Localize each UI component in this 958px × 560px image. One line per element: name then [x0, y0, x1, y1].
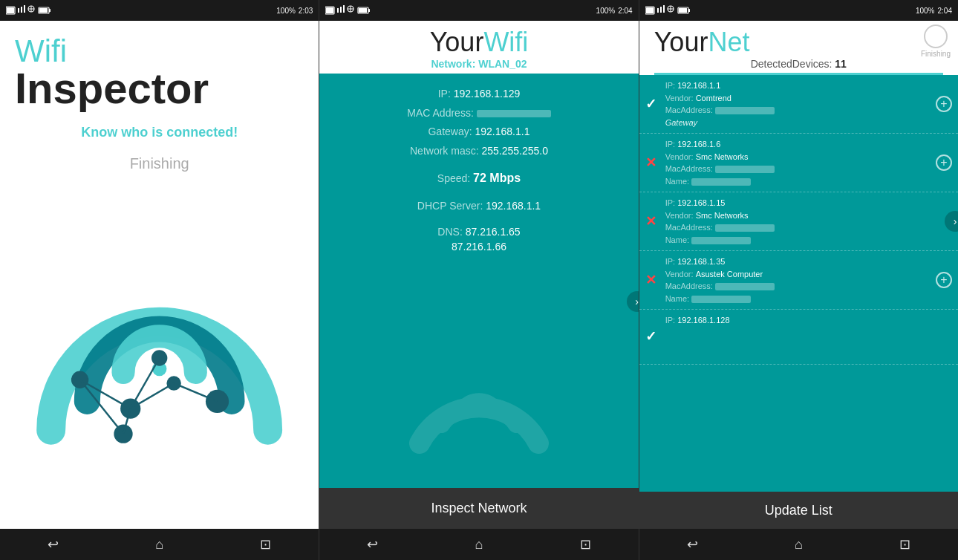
- info-dns: DNS: 87.216.1.6587.216.1.66: [334, 225, 623, 254]
- device-name-3: Name:: [665, 234, 951, 247]
- label-mac: MAC Address:: [407, 107, 476, 119]
- svg-rect-45: [679, 8, 687, 13]
- nav-back-3[interactable]: ↩: [681, 533, 703, 556]
- device-mac-1: MacAddress:: [665, 104, 951, 117]
- time-3: 2:04: [938, 7, 952, 15]
- label-dhcp: DHCP Server:: [417, 200, 486, 212]
- nav-home-2[interactable]: ⌂: [468, 533, 490, 556]
- svg-rect-26: [337, 8, 339, 13]
- status-icons-1: [6, 5, 50, 16]
- svg-rect-33: [359, 8, 367, 13]
- info-ip: IP: 192.168.1.129: [334, 87, 623, 102]
- device-vendor-2: Vendor: Smc Networks: [665, 151, 951, 163]
- finishing-circle: [924, 25, 948, 48]
- status-icons-2: [325, 5, 370, 16]
- title-your: Your: [430, 27, 484, 57]
- detected-devices-row: DetectedDevices: 11: [654, 58, 943, 70]
- value-dhcp: 192.168.1.1: [486, 200, 541, 212]
- svg-rect-9: [39, 8, 48, 13]
- label-speed: Speed:: [437, 172, 473, 184]
- status-icons-3: [645, 5, 690, 16]
- title-your-net: Your: [654, 27, 708, 57]
- wifi-title-wifi: Wifi: [15, 36, 67, 67]
- info-gateway: Gateway: 192.168.1.1: [334, 125, 623, 140]
- battery-text-1: 100%: [276, 7, 296, 15]
- battery-text-3: 100%: [916, 7, 935, 15]
- nav-bar-3: ↩ ⌂ ⊡: [639, 529, 958, 560]
- svg-rect-4: [24, 5, 25, 13]
- nav-recent-1[interactable]: ⊡: [255, 533, 277, 556]
- detected-label: DetectedDevices:: [751, 58, 832, 70]
- status-icons-left-1: [6, 5, 50, 16]
- svg-rect-34: [368, 9, 370, 12]
- device-item-3[interactable]: ✕ IP: 192.168.1.15 Vendor: Smc Networks …: [639, 192, 958, 251]
- spacer-1: [334, 160, 623, 168]
- svg-point-35: [473, 399, 485, 411]
- device-ip-4: IP: 192.168.1.35: [665, 255, 951, 268]
- info-mac: MAC Address:: [334, 106, 623, 121]
- device-vendor-3: Vendor: Smc Networks: [665, 209, 951, 222]
- device-item-5[interactable]: ✓ IP: 192.168.1.128: [639, 310, 958, 365]
- device-mac-2: MacAddress:: [665, 163, 951, 175]
- screen1-content: Wifi Inspector Know who is connected! Fi…: [0, 21, 319, 529]
- device-plus-2[interactable]: +: [936, 154, 952, 171]
- status-bar-3: 100% 2:04: [639, 0, 958, 21]
- value-speed: 72 Mbps: [473, 172, 521, 184]
- status-bar-2: 100% 2:04: [319, 0, 638, 21]
- spacer-2: [334, 189, 623, 197]
- svg-rect-40: [663, 5, 665, 13]
- device-vendor-4: Vendor: Asustek Computer: [665, 268, 951, 281]
- network-name-row: Network: WLAN_02: [334, 58, 623, 70]
- label-ip: IP:: [438, 88, 454, 100]
- inspect-network-button[interactable]: Inspect Network: [319, 488, 638, 529]
- status-icons-left-2: [325, 5, 370, 16]
- yournet-title: YourNet: [654, 27, 943, 58]
- device-vendor-1: Vendor: Comtrend: [665, 92, 951, 105]
- svg-rect-37: [646, 7, 654, 13]
- device-status-5: ✓: [645, 328, 656, 345]
- wifi-graphic: [15, 187, 304, 529]
- update-list-button[interactable]: Update List: [639, 492, 958, 529]
- device-mac-3: MacAddress:: [665, 221, 951, 234]
- info-speed: Speed: 72 Mbps: [334, 170, 623, 186]
- wifi-subtitle: Know who is connected!: [81, 125, 238, 140]
- nav-recent-2[interactable]: ⊡: [574, 533, 596, 556]
- title-net: Net: [708, 27, 749, 57]
- svg-rect-10: [49, 9, 50, 12]
- status-bar-right-1: 100% 2:03: [276, 7, 313, 15]
- device-plus-4[interactable]: +: [936, 272, 952, 288]
- time-2: 2:04: [618, 7, 632, 15]
- device-plus-1[interactable]: +: [936, 96, 952, 112]
- device-item-2[interactable]: ✕ IP: 192.168.1.6 Vendor: Smc Networks M…: [639, 134, 958, 192]
- nav-back-1[interactable]: ↩: [42, 533, 65, 556]
- device-status-2: ✕: [645, 154, 656, 171]
- device-item-1[interactable]: ✓ IP: 192.168.1.1 Vendor: Comtrend MacAd…: [639, 75, 958, 134]
- yourwifi-title: YourWifi: [334, 27, 623, 58]
- status-bar-1: 100% 2:03: [0, 0, 319, 21]
- device-item-4[interactable]: ✕ IP: 192.168.1.35 Vendor: Asustek Compu…: [639, 251, 958, 310]
- network-label: Network:: [431, 58, 475, 70]
- right-arrow[interactable]: ›: [627, 291, 639, 312]
- battery-text-2: 100%: [596, 7, 616, 15]
- svg-rect-3: [21, 7, 22, 13]
- screen-yourwifi: 100% 2:04 YourWifi Network: WLAN_02 IP: …: [319, 0, 638, 560]
- value-mac: [477, 110, 551, 117]
- device-status-4: ✕: [645, 272, 656, 288]
- nav-recent-3[interactable]: ⊡: [893, 533, 916, 556]
- nav-home-1[interactable]: ⌂: [149, 533, 171, 556]
- finishing-indicator: Finishing: [921, 25, 951, 58]
- nav-home-3[interactable]: ⌂: [787, 533, 809, 556]
- label-gateway: Gateway:: [428, 126, 475, 137]
- device-name-2: Name:: [665, 175, 951, 188]
- spacer-3: [334, 215, 623, 223]
- device-ip-1: IP: 192.168.1.1: [665, 79, 951, 92]
- network-value: WLAN_02: [478, 58, 527, 70]
- wifi-illustration-svg: [15, 187, 304, 529]
- finishing-status: Finishing: [130, 155, 189, 172]
- nav-back-2[interactable]: ↩: [362, 533, 384, 556]
- value-gateway: 192.168.1.1: [475, 126, 530, 137]
- label-mask: Network masc:: [410, 145, 481, 157]
- wifi-bg-symbol: [397, 369, 561, 488]
- device-status-1: ✓: [645, 96, 656, 112]
- screen3-header: Finishing YourNet DetectedDevices: 11: [639, 21, 958, 75]
